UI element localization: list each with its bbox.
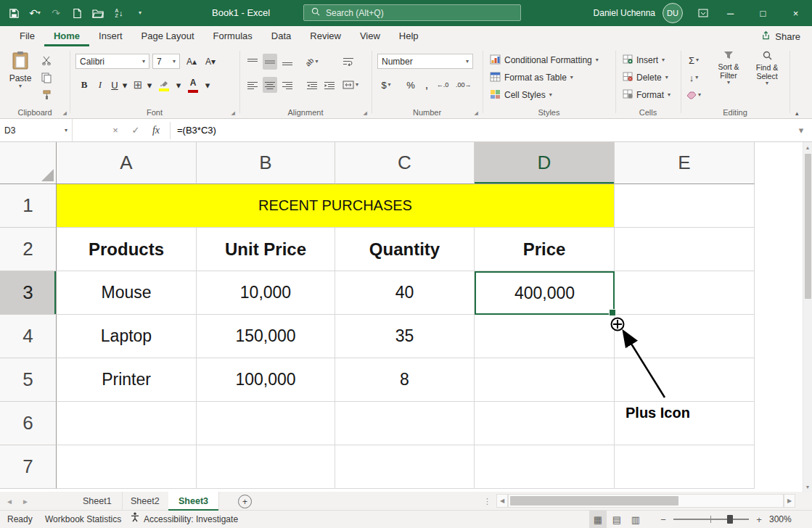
align-middle-icon[interactable] — [263, 54, 277, 70]
cell-B2[interactable]: Unit Price — [197, 228, 335, 271]
tab-page-layout[interactable]: Page Layout — [132, 26, 204, 46]
tab-file[interactable]: File — [10, 26, 44, 46]
cell-C6[interactable] — [335, 402, 475, 445]
clear-icon[interactable]: ▾ — [686, 87, 701, 103]
currency-format-icon[interactable]: $▾ — [379, 77, 393, 93]
wrap-text-icon[interactable] — [341, 54, 356, 70]
insert-function-icon[interactable]: fx — [147, 119, 165, 141]
col-header-D-selected[interactable]: D — [475, 142, 615, 184]
expand-formula-bar-icon[interactable]: ▾ — [792, 119, 811, 141]
cell-B7[interactable] — [197, 445, 335, 489]
scroll-up-icon[interactable]: ▲ — [803, 142, 812, 152]
italic-button[interactable]: I — [93, 77, 107, 93]
format-painter-icon[interactable] — [39, 87, 54, 103]
align-top-icon[interactable] — [245, 54, 260, 70]
cell-C3[interactable]: 40 — [335, 271, 475, 315]
avatar[interactable]: DU — [663, 3, 683, 23]
font-size-dropdown-icon[interactable]: ▾ — [173, 59, 176, 65]
format-as-table-button[interactable]: Format as Table ▾ — [490, 70, 573, 86]
cell-D4[interactable] — [475, 315, 615, 358]
font-name-combo[interactable]: Calibri ▾ — [75, 54, 149, 69]
cell-B4[interactable]: 150,000 — [197, 315, 335, 358]
cell-C5[interactable]: 8 — [335, 358, 475, 402]
vertical-scrollbar-thumb[interactable] — [805, 154, 811, 299]
number-format-dropdown-icon[interactable]: ▾ — [466, 59, 469, 65]
copy-icon[interactable] — [39, 70, 54, 86]
col-header-C[interactable]: C — [335, 142, 475, 184]
cell-styles-button[interactable]: Cell Styles ▾ — [490, 87, 552, 103]
horizontal-scrollbar[interactable]: ◀ ▶ — [496, 494, 795, 508]
name-box[interactable]: D3 ▾ — [0, 119, 73, 141]
maximize-button[interactable]: □ — [747, 0, 779, 26]
fill-color-dropdown-icon[interactable]: ▾ — [171, 77, 186, 93]
row-header-1[interactable]: 1 — [0, 184, 57, 228]
format-cells-button[interactable]: Format ▾ — [623, 87, 670, 103]
decrease-decimal-icon[interactable]: .00→ — [456, 77, 472, 93]
comma-style-icon[interactable]: , — [419, 77, 434, 93]
font-size-combo[interactable]: 7 ▾ — [152, 54, 180, 69]
percent-style-icon[interactable]: % — [403, 77, 418, 93]
add-sheet-button[interactable]: + — [238, 495, 252, 508]
cell-A4[interactable]: Laptop — [57, 315, 197, 358]
align-center-icon[interactable] — [263, 77, 277, 93]
zoom-level[interactable]: 300% — [769, 511, 792, 528]
font-name-dropdown-icon[interactable]: ▾ — [142, 59, 145, 65]
qat-customize-icon[interactable]: ▾ — [132, 4, 148, 22]
cell-A7[interactable] — [57, 445, 197, 489]
tab-data[interactable]: Data — [262, 26, 300, 46]
cell-B6[interactable] — [197, 402, 335, 445]
ribbon-display-options-icon[interactable] — [696, 6, 710, 20]
horizontal-scrollbar-thumb[interactable] — [510, 496, 678, 506]
sort-az-icon[interactable]: A Z ↓ — [111, 4, 127, 22]
accessibility-status[interactable]: Accessibility: Investigate — [131, 511, 238, 528]
cell-E7[interactable] — [615, 445, 755, 489]
user-name[interactable]: Daniel Uchenna — [594, 8, 655, 18]
find-select-button[interactable]: Find & Select ▾ — [749, 51, 785, 86]
cell-D5[interactable] — [475, 358, 615, 402]
align-left-icon[interactable] — [245, 77, 260, 93]
orientation-icon[interactable]: ab ▾ — [305, 54, 319, 70]
font-color-icon[interactable]: A — [186, 77, 200, 93]
cell-D2[interactable]: Price — [475, 228, 615, 271]
zoom-slider-track[interactable] — [673, 519, 749, 520]
scroll-left-icon[interactable]: ◀ — [496, 494, 508, 508]
cell-D7[interactable] — [475, 445, 615, 489]
cell-B5[interactable]: 100,000 — [197, 358, 335, 402]
undo-dropdown-icon[interactable]: ▾ — [38, 10, 41, 16]
row-header-7[interactable]: 7 — [0, 445, 57, 489]
share-button[interactable]: Share — [761, 26, 800, 46]
tab-formulas[interactable]: Formulas — [204, 26, 262, 46]
align-bottom-icon[interactable] — [280, 54, 295, 70]
horizontal-scrollbar-track[interactable] — [508, 494, 784, 508]
fill-down-icon[interactable]: ↓▾ — [686, 70, 701, 86]
sheet-tab-sheet3-active[interactable]: Sheet3 — [168, 492, 219, 511]
cell-A1-merged-title[interactable]: RECENT PURCHASES — [57, 184, 615, 228]
font-dialog-launcher-icon[interactable]: ◢ — [231, 110, 235, 116]
scroll-right-icon[interactable]: ▶ — [784, 494, 795, 508]
cell-E5[interactable] — [615, 358, 755, 402]
sheet-nav-left-icon[interactable]: ◄ — [3, 492, 16, 511]
sheet-tab-sheet2[interactable]: Sheet2 — [120, 492, 171, 511]
number-dialog-launcher-icon[interactable]: ◢ — [475, 110, 478, 116]
account-area[interactable]: Daniel Uchenna DU — [594, 0, 683, 26]
cell-A2[interactable]: Products — [57, 228, 197, 271]
clipboard-dialog-launcher-icon[interactable]: ◢ — [63, 110, 67, 116]
underline-dropdown-icon[interactable]: ▾ — [118, 77, 132, 93]
collapse-ribbon-icon[interactable]: ▴ — [795, 110, 799, 117]
cut-icon[interactable] — [39, 52, 54, 68]
view-normal-icon[interactable]: ▦ — [589, 511, 607, 528]
tab-home[interactable]: Home — [44, 26, 89, 46]
name-box-dropdown-icon[interactable]: ▾ — [65, 128, 67, 133]
row-header-3-selected[interactable]: 3 — [0, 271, 57, 315]
col-header-E[interactable]: E — [615, 142, 755, 184]
tab-review[interactable]: Review — [300, 26, 350, 46]
conditional-formatting-button[interactable]: Conditional Formatting ▾ — [490, 52, 599, 68]
alignment-dialog-launcher-icon[interactable]: ◢ — [364, 110, 367, 116]
row-header-6[interactable]: 6 — [0, 402, 57, 445]
cell-E4[interactable] — [615, 315, 755, 358]
cell-C7[interactable] — [335, 445, 475, 489]
close-button[interactable]: × — [779, 0, 812, 26]
borders-dropdown-icon[interactable]: ▾ — [142, 77, 157, 93]
undo-icon[interactable]: ↶▾ — [27, 4, 43, 22]
row-header-5[interactable]: 5 — [0, 358, 57, 402]
